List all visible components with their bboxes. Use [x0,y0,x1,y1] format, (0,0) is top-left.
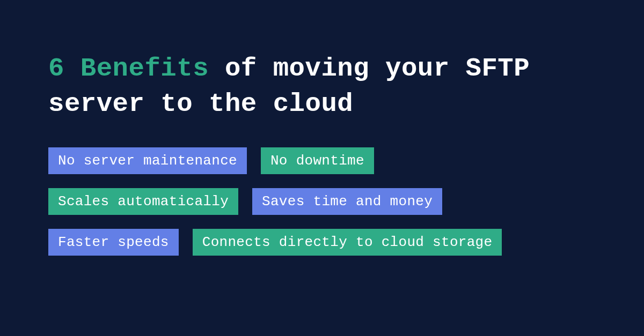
badge: Connects directly to cloud storage [193,229,502,256]
badge: No downtime [261,147,374,174]
badge-row: No server maintenance No downtime [48,147,596,174]
badge: Faster speeds [48,229,179,256]
page-title: 6 Benefits of moving your SFTP server to… [48,51,596,122]
badge: Scales automatically [48,188,238,215]
badge-row: Scales automatically Saves time and mone… [48,188,596,215]
badges-container: No server maintenance No downtime Scales… [48,147,596,256]
badge: Saves time and money [252,188,442,215]
title-accent: 6 Benefits [48,54,209,84]
badge: No server maintenance [48,147,247,174]
badge-row: Faster speeds Connects directly to cloud… [48,229,596,256]
